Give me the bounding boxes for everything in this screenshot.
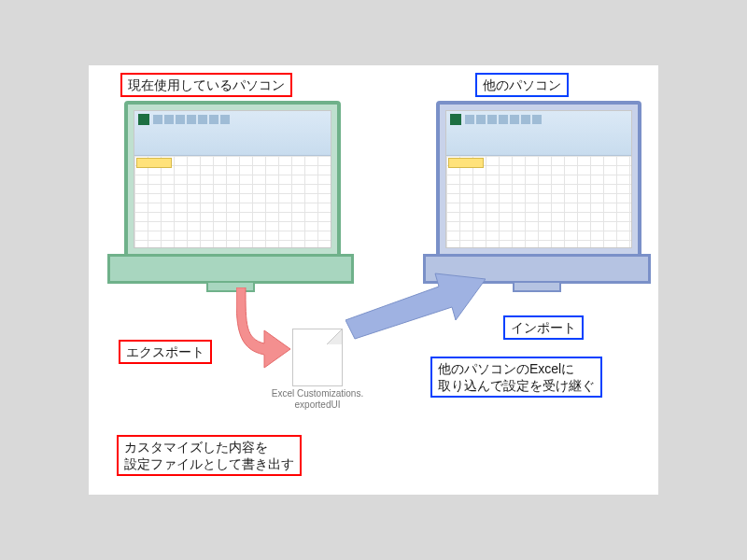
current-pc-title: 現在使用しているパソコン (120, 73, 292, 97)
export-label: エクスポート (119, 340, 212, 364)
import-arrow-icon (345, 266, 486, 341)
diagram-canvas: 現在使用しているパソコン 他のパソコン (89, 65, 658, 495)
export-note: カスタマイズした内容を 設定ファイルとして書き出す (117, 435, 302, 476)
import-label: インポート (503, 315, 584, 340)
current-pc-laptop (107, 101, 350, 297)
import-note: 他のパソコンのExcelに 取り込んで設定を受け継ぐ (430, 357, 602, 398)
other-pc-title: 他のパソコン (475, 73, 569, 97)
file-caption: Excel Customizations. exportedUI (257, 388, 378, 411)
exported-ui-file-icon (292, 329, 343, 386)
excel-window-icon (134, 110, 331, 248)
excel-window-icon (445, 110, 632, 248)
export-arrow-icon (236, 287, 292, 371)
